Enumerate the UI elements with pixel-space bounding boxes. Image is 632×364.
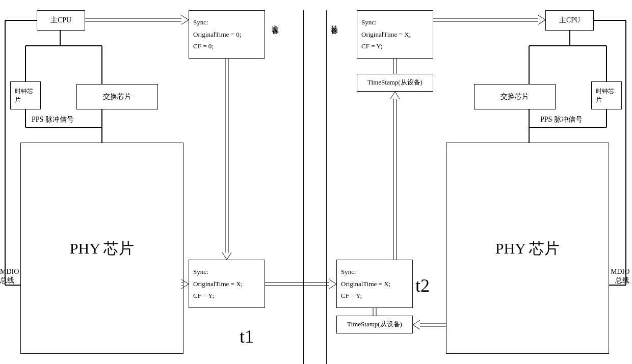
diagram-connectors bbox=[0, 0, 632, 364]
